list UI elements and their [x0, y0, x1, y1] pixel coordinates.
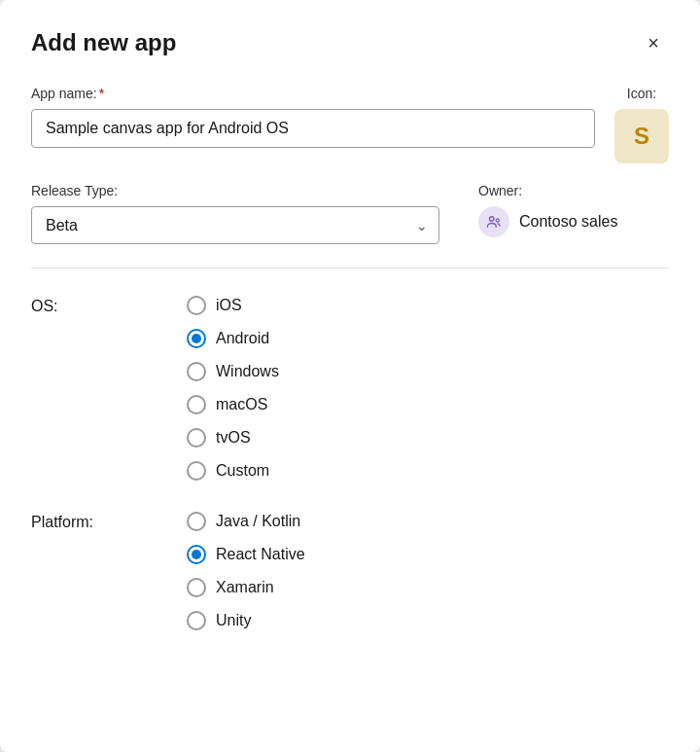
- dialog-header: Add new app ×: [31, 27, 669, 58]
- os-radio-ios[interactable]: [187, 296, 206, 315]
- platform-radio-group: Java / Kotlin React Native Xamarin Unity: [187, 512, 305, 630]
- os-option-macos[interactable]: macOS: [187, 395, 279, 414]
- platform-label-java-kotlin: Java / Kotlin: [216, 513, 300, 530]
- platform-label-xamarin: Xamarin: [216, 579, 274, 596]
- platform-radio-java-kotlin[interactable]: [187, 512, 206, 531]
- os-label-macos: macOS: [216, 396, 267, 413]
- release-type-select[interactable]: Alpha Beta Release: [31, 206, 439, 244]
- app-name-section: App name:*: [31, 86, 595, 148]
- platform-label-unity: Unity: [216, 612, 251, 629]
- os-label-custom: Custom: [216, 462, 269, 480]
- app-name-input[interactable]: [31, 109, 595, 148]
- release-owner-row: Release Type: Alpha Beta Release ⌄ Owner…: [31, 183, 669, 244]
- svg-point-1: [496, 219, 499, 222]
- release-type-select-wrapper: Alpha Beta Release ⌄: [31, 206, 439, 244]
- os-label-android: Android: [216, 330, 269, 347]
- os-radio-android[interactable]: [187, 329, 206, 348]
- os-radio-macos[interactable]: [187, 395, 206, 414]
- platform-option-xamarin[interactable]: Xamarin: [187, 578, 305, 597]
- owner-label: Owner:: [478, 183, 669, 198]
- svg-point-0: [490, 217, 495, 222]
- app-icon-avatar: S: [614, 109, 669, 163]
- add-new-app-dialog: Add new app × App name:* Icon: S Release…: [0, 0, 700, 752]
- os-section-row: OS: iOS Android Windows macOS tvOS: [31, 296, 669, 481]
- release-type-label: Release Type:: [31, 183, 439, 198]
- os-label-ios: iOS: [216, 297, 242, 314]
- os-option-windows[interactable]: Windows: [187, 362, 279, 381]
- platform-option-java-kotlin[interactable]: Java / Kotlin: [187, 512, 305, 531]
- os-radio-windows[interactable]: [187, 362, 206, 381]
- dialog-title: Add new app: [31, 29, 176, 56]
- os-option-android[interactable]: Android: [187, 329, 279, 348]
- owner-avatar-icon: [478, 206, 509, 237]
- icon-section: Icon: S: [614, 86, 669, 163]
- owner-display: Contoso sales: [478, 206, 669, 237]
- platform-option-unity[interactable]: Unity: [187, 611, 305, 630]
- close-button[interactable]: ×: [638, 27, 669, 58]
- app-name-label: App name:*: [31, 86, 595, 101]
- platform-section-row: Platform: Java / Kotlin React Native Xam…: [31, 512, 669, 630]
- os-radio-group: iOS Android Windows macOS tvOS Custom: [187, 296, 279, 481]
- required-indicator: *: [99, 86, 104, 101]
- app-name-icon-row: App name:* Icon: S: [31, 86, 669, 163]
- platform-option-react-native[interactable]: React Native: [187, 545, 305, 564]
- os-option-tvos[interactable]: tvOS: [187, 428, 279, 448]
- os-radio-tvos[interactable]: [187, 428, 206, 448]
- os-label-tvos: tvOS: [216, 429, 251, 447]
- os-label: OS:: [31, 296, 187, 315]
- owner-name: Contoso sales: [519, 213, 617, 231]
- platform-label: Platform:: [31, 512, 187, 531]
- os-option-ios[interactable]: iOS: [187, 296, 279, 315]
- os-label-windows: Windows: [216, 363, 279, 380]
- section-divider: [31, 268, 669, 269]
- platform-label-react-native: React Native: [216, 546, 305, 563]
- platform-radio-react-native[interactable]: [187, 545, 206, 564]
- platform-radio-xamarin[interactable]: [187, 578, 206, 597]
- icon-label: Icon:: [627, 86, 656, 101]
- os-radio-custom[interactable]: [187, 461, 206, 481]
- platform-radio-unity[interactable]: [187, 611, 206, 630]
- os-option-custom[interactable]: Custom: [187, 461, 279, 481]
- owner-section: Owner: Contoso sales: [478, 183, 669, 237]
- release-type-section: Release Type: Alpha Beta Release ⌄: [31, 183, 439, 244]
